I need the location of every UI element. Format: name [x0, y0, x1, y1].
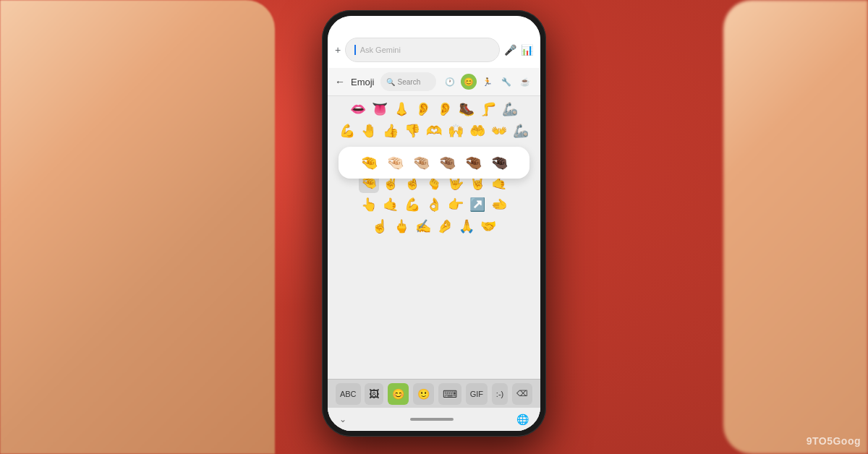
bars-icon[interactable]: 📊: [521, 44, 533, 56]
keyboard2-button[interactable]: ⌨: [438, 383, 461, 405]
variant-medium-dark[interactable]: 🤏🏾: [461, 151, 485, 174]
category-icons: 🕐 😊 🏃 🔧 ☕: [442, 74, 533, 90]
activities-category[interactable]: 🏃: [480, 74, 495, 90]
emoji-grid: 👄 👅 👃 👂 👂 🥾 🦵 🦾 💪 🤚 👍 �: [328, 96, 540, 379]
emoji-leg[interactable]: 🦵: [478, 99, 498, 119]
emoji-point-up[interactable]: 👆: [359, 194, 379, 215]
emoji-button[interactable]: 😊: [388, 383, 409, 405]
emoji-thumbsdown[interactable]: 👎: [402, 121, 422, 141]
variant-medium-light[interactable]: 🤏🏼: [409, 151, 433, 174]
emoji-wave[interactable]: 🤙: [380, 194, 401, 215]
emoji-ear1[interactable]: 👂: [413, 99, 433, 119]
objects-category[interactable]: 🔧: [498, 74, 514, 90]
keyboard2-icon: ⌨: [443, 388, 457, 400]
microphone-icon[interactable]: 🎤: [504, 44, 516, 56]
emoji-lips[interactable]: 👄: [348, 99, 368, 119]
emoji-raised-hand[interactable]: 🤚: [359, 121, 379, 141]
emoji-writing[interactable]: ✍️: [413, 216, 433, 236]
text-button[interactable]: :-): [492, 383, 508, 405]
text-cursor: [354, 45, 356, 55]
emoji-muscle[interactable]: 💪: [337, 121, 357, 141]
emoji-row-5: ☝️ 🖕 ✍️ 🤌 🙏 🤝: [331, 216, 537, 236]
emoji-heart-hands[interactable]: 🫶: [424, 121, 444, 141]
emoji-handshake[interactable]: 🤝: [478, 216, 498, 236]
gemini-placeholder: Ask Gemini: [360, 46, 401, 54]
emoji-row-4: 👆 🤙 💪 👌 👉 ↗️ 🫲: [331, 194, 537, 215]
hand-right: [723, 0, 868, 454]
emoji-point-upright[interactable]: ↗️: [467, 194, 488, 215]
recent-category[interactable]: 🕐: [442, 74, 458, 90]
emoji-index-up[interactable]: ☝️: [370, 216, 390, 236]
face-icon: 🙂: [417, 388, 430, 400]
emoji-nose[interactable]: 👃: [391, 99, 412, 119]
emoji-hand-left[interactable]: 🫲: [489, 194, 509, 215]
keyboard-area: ← Emoji 🔍 Search 🕐 😊 🏃 🔧 ☕: [328, 68, 540, 431]
status-bar: [328, 16, 540, 38]
home-indicator: [410, 418, 454, 421]
emoji-open-hands[interactable]: 🤲: [467, 121, 488, 141]
face-button[interactable]: 🙂: [413, 383, 434, 405]
emoji-middle-finger[interactable]: 🖕: [391, 216, 412, 236]
variant-popup: 🤏 🤏🏻 🤏🏼 🤏🏽 🤏🏾 🤏🏿: [339, 147, 529, 179]
bottom-nav: ⌄ 🌐: [328, 408, 540, 431]
gif-button[interactable]: GIF: [466, 383, 488, 405]
emoji-header: ← Emoji 🔍 Search 🕐 😊 🏃 🔧 ☕: [328, 68, 540, 96]
emoji-icon: 😊: [392, 388, 404, 400]
variant-medium[interactable]: 🤏🏽: [435, 151, 459, 174]
variant-dark[interactable]: 🤏🏿: [488, 151, 511, 174]
gemini-bar[interactable]: + Ask Gemini 🎤 📊: [328, 38, 540, 68]
chevron-down-icon[interactable]: ⌄: [339, 414, 346, 424]
keyboard-toolbar: ABC 🖼 😊 🙂 ⌨ GIF :-) ⌫: [328, 379, 540, 408]
food-category[interactable]: ☕: [517, 74, 533, 90]
hand-left: [0, 0, 275, 454]
globe-icon[interactable]: 🌐: [516, 414, 529, 425]
emoji-pray[interactable]: 🙏: [456, 216, 477, 236]
emoji-boot[interactable]: 🥾: [456, 99, 477, 119]
emoji-point-right[interactable]: 👉: [446, 194, 466, 215]
emoji-palms[interactable]: 👐: [489, 121, 509, 141]
phone-frame: + Ask Gemini 🎤 📊 ← Emoji 🔍 Search: [322, 10, 546, 437]
emoji-tongue[interactable]: 👅: [370, 99, 390, 119]
phone-screen: + Ask Gemini 🎤 📊 ← Emoji 🔍 Search: [328, 16, 540, 431]
emoji-clap[interactable]: 🙌: [446, 121, 466, 141]
watermark: 9TO5Goog: [807, 435, 861, 447]
delete-button[interactable]: ⌫: [512, 383, 532, 405]
abc-button[interactable]: ABC: [336, 383, 361, 405]
search-placeholder: Search: [398, 78, 421, 86]
people-category[interactable]: 😊: [461, 74, 477, 90]
emoji-title: Emoji: [351, 77, 375, 87]
emoji-ear2[interactable]: 👂: [435, 99, 455, 119]
emoji-search-box[interactable]: 🔍 Search: [380, 72, 436, 91]
back-button[interactable]: ←: [335, 76, 345, 87]
search-icon: 🔍: [386, 78, 395, 86]
emoji-muscle2[interactable]: 💪: [402, 194, 422, 215]
sticker-button[interactable]: 🖼: [365, 383, 383, 405]
gemini-input[interactable]: Ask Gemini: [345, 38, 500, 62]
sticker-icon: 🖼: [369, 388, 379, 400]
emoji-thumbsup[interactable]: 👍: [380, 121, 401, 141]
emoji-arm-mech[interactable]: 🦾: [511, 121, 531, 141]
plus-icon[interactable]: +: [335, 44, 341, 56]
emoji-pinch2[interactable]: 🤌: [435, 216, 455, 236]
emoji-ok[interactable]: 👌: [424, 194, 444, 215]
variant-default[interactable]: 🤏: [357, 151, 380, 174]
emoji-row-2: 💪 🤚 👍 👎 🫶 🙌 🤲 👐 🦾: [331, 121, 537, 141]
emoji-row-1: 👄 👅 👃 👂 👂 🥾 🦵 🦾: [331, 99, 537, 119]
emoji-mech-arm[interactable]: 🦾: [500, 99, 520, 119]
variant-light[interactable]: 🤏🏻: [383, 151, 407, 174]
